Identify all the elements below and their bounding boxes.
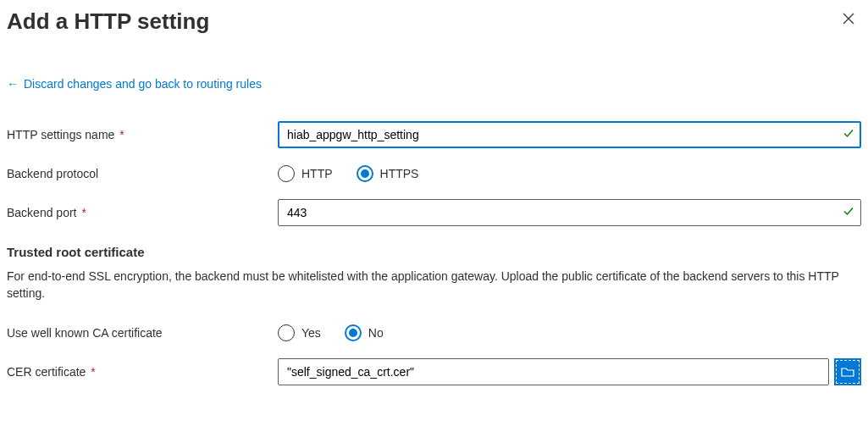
backend-port-label: Backend port *: [7, 206, 278, 219]
ca-no-radio[interactable]: No: [345, 324, 384, 341]
radio-icon: [278, 165, 295, 182]
arrow-left-icon: ←: [7, 77, 19, 91]
ca-yes-radio-label: Yes: [301, 326, 321, 340]
folder-icon: [841, 366, 854, 378]
close-icon: [843, 13, 854, 25]
cer-certificate-input[interactable]: [278, 358, 829, 385]
trusted-root-description: For end-to-end SSL encryption, the backe…: [7, 268, 861, 302]
protocol-http-radio[interactable]: HTTP: [278, 165, 333, 182]
radio-icon: [278, 324, 295, 341]
protocol-https-radio[interactable]: HTTPS: [357, 165, 419, 182]
radio-icon: [345, 324, 362, 341]
discard-back-link[interactable]: ← Discard changes and go back to routing…: [7, 77, 262, 91]
http-settings-name-input[interactable]: [278, 121, 861, 148]
protocol-https-radio-label: HTTPS: [380, 167, 419, 180]
backend-port-input[interactable]: [278, 199, 861, 226]
http-settings-name-label: HTTP settings name *: [7, 128, 278, 141]
cer-certificate-label: CER certificate *: [7, 365, 278, 379]
use-well-known-ca-group: Yes No: [278, 324, 384, 341]
page-title: Add a HTTP setting: [7, 8, 209, 35]
use-well-known-ca-label: Use well known CA certificate: [7, 326, 278, 340]
backend-protocol-label: Backend protocol: [7, 167, 278, 180]
back-link-label: Discard changes and go back to routing r…: [24, 77, 262, 91]
ca-yes-radio[interactable]: Yes: [278, 324, 321, 341]
trusted-root-heading: Trusted root certificate: [7, 245, 861, 259]
radio-icon: [357, 165, 373, 182]
backend-protocol-group: HTTP HTTPS: [278, 165, 418, 182]
protocol-http-radio-label: HTTP: [301, 167, 333, 180]
browse-file-button[interactable]: [834, 358, 861, 385]
close-button[interactable]: [836, 8, 861, 30]
ca-no-radio-label: No: [368, 326, 384, 340]
